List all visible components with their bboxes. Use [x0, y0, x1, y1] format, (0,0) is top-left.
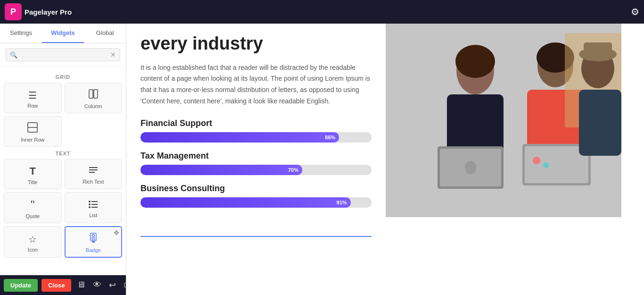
progress-bar-consulting-fill: 91% — [140, 197, 351, 208]
badge-icon — [89, 233, 98, 245]
section-label-text: TEXT — [4, 151, 122, 156]
badge-label: Badge — [86, 247, 101, 253]
section-label-grid: GRID — [4, 74, 122, 80]
widget-title[interactable]: T Title — [4, 159, 62, 189]
desktop-icon[interactable]: 🖥 — [77, 280, 85, 290]
row-label: Row — [27, 103, 38, 109]
bottom-toolbar: Update Close 🖥 👁 ↩ ⬡ — [0, 275, 126, 295]
svg-rect-1 — [94, 90, 98, 98]
main-layout: Settings Widgets Global 🔍 ✕ GRID ☰ Row — [0, 24, 644, 295]
progress-bar-financial-bg: 86% — [140, 132, 372, 143]
progress-pct-consulting: 91% — [337, 200, 347, 205]
svg-rect-17 — [92, 241, 95, 243]
list-label: List — [89, 212, 97, 218]
tab-widgets[interactable]: Widgets — [42, 24, 84, 43]
toolbar-icons: 🖥 👁 ↩ ⬡ — [77, 280, 131, 290]
svg-rect-29 — [525, 146, 588, 183]
widget-sections: GRID ☰ Row Column — [0, 67, 126, 275]
skill-financial: Financial Support 86% — [140, 118, 372, 143]
tab-settings[interactable]: Settings — [0, 24, 42, 43]
skill-consulting-label: Business Consulting — [140, 184, 372, 194]
tabs: Settings Widgets Global — [0, 24, 126, 43]
svg-point-21 — [455, 45, 495, 78]
content-inner: every industry It is a long established … — [126, 24, 644, 295]
svg-point-9 — [89, 203, 91, 205]
history-icon[interactable]: ↩ — [109, 280, 116, 290]
quote-icon: " — [31, 198, 35, 211]
widget-row[interactable]: ☰ Row — [4, 83, 62, 113]
inner-row-label: Inner Row — [21, 137, 44, 143]
logo-icon: P — [5, 3, 22, 20]
search-input[interactable] — [20, 51, 107, 59]
page-headline: every industry — [140, 33, 372, 55]
eye-icon[interactable]: 👁 — [93, 280, 101, 290]
progress-bar-consulting-bg: 91% — [140, 197, 372, 208]
svg-point-14 — [92, 235, 94, 237]
widget-inner-row[interactable]: Inner Row — [4, 116, 62, 147]
svg-rect-34 — [579, 90, 621, 156]
icon-widget-icon: ☆ — [28, 234, 37, 245]
svg-point-27 — [465, 161, 476, 174]
widget-quote[interactable]: " Quote — [4, 192, 62, 223]
image-section — [386, 24, 621, 295]
skill-financial-label: Financial Support — [140, 118, 372, 128]
placeholder-image — [386, 24, 621, 217]
widget-badge[interactable]: ✥ Badge — [65, 226, 123, 258]
svg-rect-36 — [584, 42, 612, 57]
inner-row-icon — [27, 122, 38, 135]
icon-label: Icon — [28, 247, 38, 253]
svg-point-30 — [533, 157, 540, 164]
progress-bar-tax-fill: 70% — [140, 165, 302, 175]
grid-section-widgets: ☰ Row Column — [4, 83, 122, 147]
svg-point-31 — [543, 162, 549, 168]
clear-icon[interactable]: ✕ — [110, 51, 116, 59]
page-body-text: It is a long established fact that a rea… — [140, 62, 372, 107]
update-button[interactable]: Update — [4, 279, 38, 292]
skill-tax-label: Tax Management — [140, 151, 372, 161]
skill-consulting: Business Consulting 91% — [140, 184, 372, 208]
tab-global[interactable]: Global — [84, 24, 126, 43]
widget-list[interactable]: List — [65, 192, 123, 223]
sidebar: Settings Widgets Global 🔍 ✕ GRID ☰ Row — [0, 24, 126, 295]
quote-label: Quote — [25, 213, 40, 219]
text-section-widgets: T Title Rich Text " Quote — [4, 159, 122, 258]
svg-point-11 — [89, 206, 91, 208]
content-area: every industry It is a long established … — [126, 24, 644, 295]
top-bar: P Pagelayer Pro ⚙ — [0, 0, 644, 24]
logo-area: P Pagelayer Pro — [5, 3, 631, 20]
search-icon: 🔍 — [10, 51, 17, 59]
widget-column[interactable]: Column — [65, 83, 123, 113]
progress-bar-financial-fill: 86% — [140, 132, 339, 143]
search-area: 🔍 ✕ — [0, 43, 126, 67]
column-label: Column — [84, 103, 102, 109]
svg-rect-0 — [89, 90, 93, 98]
progress-pct-tax: 70% — [288, 167, 298, 173]
title-label: Title — [28, 179, 37, 185]
list-icon — [88, 200, 99, 211]
text-section: every industry It is a long established … — [126, 24, 386, 295]
widget-rich-text[interactable]: Rich Text — [65, 159, 123, 189]
progress-pct-financial: 86% — [325, 135, 335, 140]
logo-text: Pagelayer Pro — [25, 8, 72, 16]
svg-point-7 — [89, 201, 91, 202]
row-icon: ☰ — [28, 90, 37, 101]
rich-text-label: Rich Text — [83, 179, 104, 185]
title-icon: T — [30, 165, 36, 177]
widget-icon[interactable]: ☆ Icon — [4, 226, 62, 258]
progress-bar-tax-bg: 70% — [140, 165, 372, 175]
column-icon — [88, 89, 99, 101]
skill-tax: Tax Management 70% — [140, 151, 372, 175]
blue-divider — [140, 236, 372, 237]
close-button[interactable]: Close — [41, 279, 71, 292]
drag-handle-icon: ✥ — [114, 229, 119, 236]
gear-icon[interactable]: ⚙ — [631, 6, 639, 17]
rich-text-icon — [88, 166, 99, 177]
search-wrap: 🔍 ✕ — [6, 48, 120, 61]
